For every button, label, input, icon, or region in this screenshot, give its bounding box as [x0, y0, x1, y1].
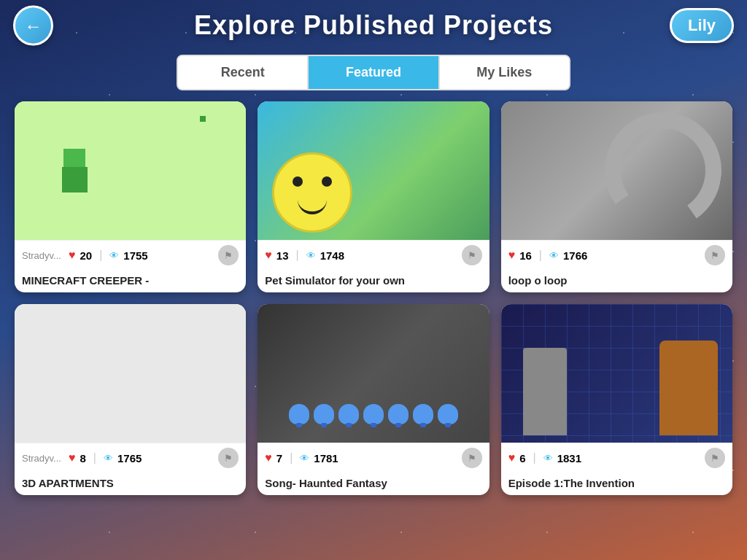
divider-loop: | — [539, 249, 542, 262]
eye-icon-haunted: 👁 — [300, 453, 309, 464]
thumbnail-pet — [258, 101, 489, 240]
bird-5 — [388, 404, 409, 424]
eye-icon-pet: 👁 — [306, 250, 316, 261]
tab-recent[interactable]: Recent — [178, 56, 307, 89]
mc-creeper-body — [62, 167, 88, 192]
bird-6 — [413, 404, 433, 424]
divider-pet: | — [296, 249, 299, 262]
user-label: Lily — [688, 16, 716, 34]
views-3d: 1765 — [117, 452, 142, 464]
tabs-container: Recent Featured My Likes — [0, 55, 747, 90]
likes-episode: 6 — [519, 452, 525, 464]
thumbnail-3d — [15, 304, 246, 443]
page-title: Explore Published Projects — [194, 10, 553, 41]
project-card-loop[interactable]: ♥ 16 | 👁 1766 ⚑ loop o loop — [501, 101, 732, 292]
mc-creeper — [55, 160, 95, 200]
tab-featured-label: Featured — [346, 65, 401, 79]
flag-button-3d[interactable]: ⚑ — [218, 448, 239, 468]
eye-icon-episode: 👁 — [543, 453, 553, 464]
back-arrow-icon: ← — [25, 17, 42, 34]
bird-2 — [314, 404, 334, 424]
pet-smile — [298, 200, 327, 214]
bird-3 — [338, 404, 359, 424]
heart-icon-loop: ♥ — [508, 249, 516, 262]
pet-face — [272, 152, 352, 233]
divider-minecraft: | — [99, 249, 102, 262]
flag-button-pet[interactable]: ⚑ — [462, 245, 482, 265]
projects-grid: Stradyv... ♥ 20 | 👁 1755 ⚑ MINECRAFT CRE… — [0, 101, 747, 495]
views-haunted: 1781 — [314, 452, 338, 464]
tab-my-likes[interactable]: My Likes — [440, 56, 569, 89]
flag-button-loop[interactable]: ⚑ — [705, 245, 725, 265]
eye-icon-loop: 👁 — [549, 250, 559, 261]
card-footer-3d: Stradyv... ♥ 8 | 👁 1765 ⚑ — [15, 443, 246, 472]
pet-eye-left — [293, 176, 303, 187]
project-card-minecraft-creeper[interactable]: Stradyv... ♥ 20 | 👁 1755 ⚑ MINECRAFT CRE… — [15, 101, 246, 292]
flag-button-episode[interactable]: ⚑ — [705, 448, 725, 468]
card-footer-loop: ♥ 16 | 👁 1766 ⚑ — [501, 240, 732, 270]
card-author-3d: Stradyv... — [22, 453, 61, 464]
likes-haunted: 7 — [276, 452, 282, 464]
project-card-3d-apartments[interactable]: Stradyv... ♥ 8 | 👁 1765 ⚑ 3D APARTMENTS — [15, 304, 246, 495]
thumbnail-episode — [501, 304, 732, 443]
bird-4 — [363, 404, 384, 424]
card-footer-pet: ♥ 13 | 👁 1748 ⚑ — [258, 240, 489, 270]
likes-3d: 8 — [80, 452, 85, 464]
views-minecraft: 1755 — [123, 249, 147, 262]
tab-my-likes-label: My Likes — [476, 65, 532, 79]
divider-haunted: | — [290, 451, 293, 464]
heart-icon-haunted: ♥ — [265, 451, 272, 464]
loop-arch — [595, 103, 730, 238]
header: ← Explore Published Projects Lily — [0, 0, 747, 51]
bird-1 — [289, 404, 309, 424]
bird-7 — [438, 404, 458, 424]
heart-icon-pet: ♥ — [265, 249, 272, 262]
thumbnail-haunted — [258, 304, 489, 443]
card-title-loop: loop o loop — [501, 270, 732, 292]
card-title-3d: 3D APARTMENTS — [15, 472, 246, 495]
ep-hero — [523, 348, 567, 435]
project-card-haunted[interactable]: ♥ 7 | 👁 1781 ⚑ Song- Haunted Fantasy — [258, 304, 489, 495]
user-button[interactable]: Lily — [670, 8, 734, 43]
pet-eye-right — [322, 176, 332, 187]
card-footer-minecraft: Stradyv... ♥ 20 | 👁 1755 ⚑ — [15, 240, 246, 270]
flag-button-minecraft[interactable]: ⚑ — [218, 245, 239, 265]
divider-episode: | — [533, 451, 536, 464]
views-episode: 1831 — [557, 452, 581, 464]
heart-icon-episode: ♥ — [508, 451, 516, 464]
card-footer-haunted: ♥ 7 | 👁 1781 ⚑ — [258, 443, 489, 472]
flag-button-haunted[interactable]: ⚑ — [462, 448, 482, 468]
tabs: Recent Featured My Likes — [177, 55, 570, 90]
card-author-minecraft: Stradyv... — [22, 250, 61, 261]
likes-minecraft: 20 — [80, 249, 92, 262]
likes-pet: 13 — [276, 249, 289, 262]
views-loop: 1766 — [563, 249, 587, 262]
card-title-minecraft: MINECRAFT CREEPER - — [15, 270, 246, 292]
card-title-episode: Episode 1:The Invention — [501, 472, 732, 495]
heart-icon-minecraft: ♥ — [69, 249, 76, 262]
tab-featured[interactable]: Featured — [309, 56, 438, 89]
thumbnail-loop — [501, 101, 732, 240]
tab-recent-label: Recent — [221, 65, 265, 79]
card-title-pet: Pet Simulator for your own — [258, 270, 489, 292]
project-card-pet-simulator[interactable]: ♥ 13 | 👁 1748 ⚑ Pet Simulator for your o… — [258, 101, 489, 292]
eye-icon-3d: 👁 — [104, 453, 113, 464]
mc-dot — [200, 116, 206, 122]
views-pet: 1748 — [320, 249, 344, 262]
card-footer-episode: ♥ 6 | 👁 1831 ⚑ — [501, 443, 732, 472]
divider-3d: | — [93, 451, 96, 464]
eye-icon-minecraft: 👁 — [109, 250, 119, 261]
haunted-birds — [289, 404, 458, 424]
card-title-haunted: Song- Haunted Fantasy — [258, 472, 489, 495]
thumbnail-minecraft — [15, 101, 246, 240]
ep-robot — [659, 341, 718, 435]
project-card-episode[interactable]: ♥ 6 | 👁 1831 ⚑ Episode 1:The Invention — [501, 304, 732, 495]
likes-loop: 16 — [519, 249, 532, 262]
back-button[interactable]: ← — [13, 6, 53, 46]
heart-icon-3d: ♥ — [69, 451, 76, 464]
